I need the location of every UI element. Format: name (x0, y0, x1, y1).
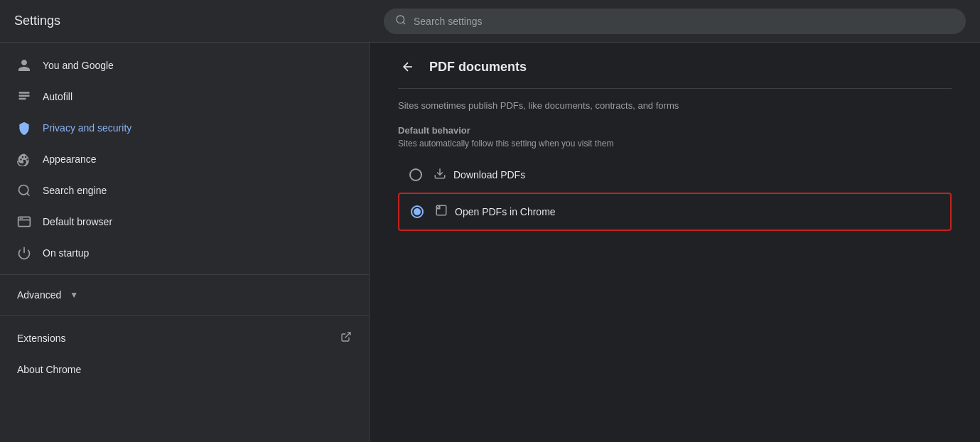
svg-line-6 (27, 193, 30, 196)
search-icon (395, 14, 406, 28)
default-behavior-sub: Sites automatically follow this setting … (398, 139, 952, 157)
sidebar-label-autofill: Autofill (43, 91, 72, 102)
sidebar-label-default-browser: Default browser (43, 216, 112, 227)
about-chrome-label: About Chrome (17, 364, 81, 375)
page-title: PDF documents (429, 60, 527, 75)
search-bar (384, 9, 966, 34)
sidebar-item-on-startup[interactable]: On startup (0, 237, 363, 269)
svg-rect-2 (19, 92, 30, 94)
shield-icon (17, 121, 31, 135)
svg-line-12 (345, 333, 350, 338)
default-behavior-label: Default behavior (398, 117, 952, 139)
download-icon (434, 167, 446, 183)
content-header: PDF documents (398, 43, 952, 89)
main-layout: You and Google Autofill Privacy and secu… (0, 43, 980, 442)
sidebar-divider-1 (0, 274, 369, 275)
extensions-label: Extensions (17, 333, 65, 344)
radio-open-pdfs-chrome[interactable] (411, 205, 424, 218)
external-link-icon (340, 331, 352, 345)
palette-icon (17, 152, 31, 166)
sidebar-item-appearance[interactable]: Appearance (0, 144, 363, 175)
power-icon (17, 246, 31, 260)
person-icon (17, 58, 31, 72)
autofill-icon (17, 90, 31, 104)
svg-line-1 (403, 22, 405, 24)
sidebar-item-default-browser[interactable]: Default browser (0, 206, 363, 237)
svg-rect-4 (19, 98, 26, 100)
radio-inner-dot (414, 208, 421, 215)
back-button[interactable] (398, 57, 418, 77)
search-engine-icon (17, 183, 31, 198)
sidebar-item-search-engine[interactable]: Search engine (0, 175, 363, 206)
sidebar-label-search-engine: Search engine (43, 185, 107, 196)
sidebar-label-on-startup: On startup (43, 247, 89, 259)
sidebar-item-privacy-and-security[interactable]: Privacy and security (0, 112, 363, 144)
sidebar-label-appearance: Appearance (43, 153, 97, 165)
option-open-pdfs-chrome[interactable]: Open PDFs in Chrome (398, 193, 952, 231)
option-open-pdfs-content: Open PDFs in Chrome (435, 204, 556, 220)
sidebar-item-about-chrome[interactable]: About Chrome (0, 355, 363, 384)
option-open-pdfs-label: Open PDFs in Chrome (455, 206, 556, 217)
sidebar-label-you-and-google: You and Google (43, 60, 114, 71)
svg-rect-3 (19, 95, 30, 97)
sidebar-item-you-and-google[interactable]: You and Google (0, 50, 363, 81)
open-in-chrome-icon (435, 204, 448, 220)
content-area: PDF documents Sites sometimes publish PD… (370, 43, 980, 442)
svg-point-9 (20, 218, 21, 220)
sidebar: You and Google Autofill Privacy and secu… (0, 43, 370, 442)
search-input[interactable] (414, 16, 954, 27)
sidebar-label-privacy: Privacy and security (43, 122, 131, 134)
header: Settings (0, 0, 980, 43)
svg-point-5 (19, 185, 28, 195)
sidebar-item-extensions[interactable]: Extensions (0, 321, 369, 355)
svg-point-10 (21, 218, 23, 220)
option-download-pdfs[interactable]: Download PDFs (398, 157, 952, 193)
advanced-label: Advanced (17, 289, 61, 301)
sidebar-item-advanced[interactable]: Advanced ▼ (0, 281, 369, 309)
sidebar-divider-2 (0, 315, 369, 316)
sidebar-item-autofill[interactable]: Autofill (0, 81, 363, 112)
option-download-pdfs-label: Download PDFs (453, 169, 525, 180)
radio-download-pdfs[interactable] (409, 168, 422, 181)
browser-icon (17, 215, 31, 229)
svg-point-0 (397, 16, 404, 23)
content-description: Sites sometimes publish PDFs, like docum… (398, 89, 952, 117)
app-title: Settings (14, 14, 384, 28)
chevron-down-icon: ▼ (70, 290, 78, 300)
option-download-pdfs-content: Download PDFs (434, 167, 525, 183)
